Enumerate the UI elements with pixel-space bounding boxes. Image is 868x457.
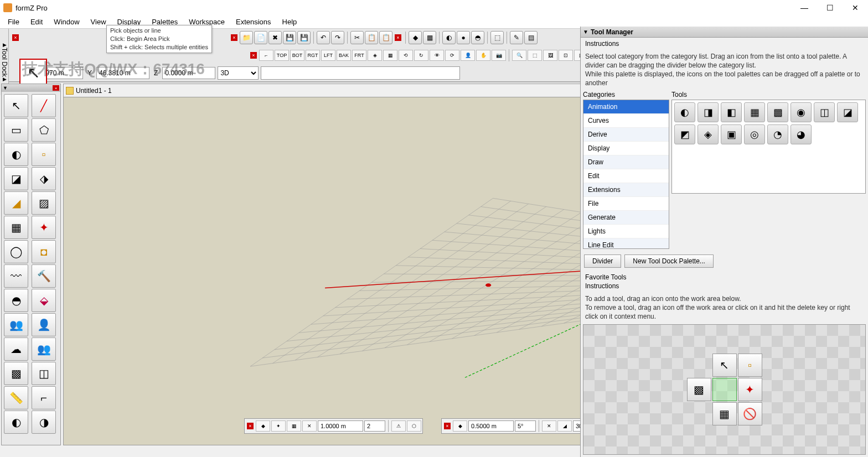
grid-size-input[interactable]: [318, 420, 363, 432]
tool-icon[interactable]: 👤: [32, 313, 56, 336]
tool-icon[interactable]: ◢: [557, 420, 572, 432]
close-icon[interactable]: ×: [395, 34, 401, 41]
tool-grid-icon[interactable]: ◎: [744, 124, 765, 144]
tool-icon[interactable]: ◢: [4, 191, 28, 215]
menu-extensions[interactable]: Extensions: [230, 16, 277, 28]
view-bot[interactable]: BOT: [290, 50, 304, 61]
favorite-tools-area[interactable]: ↖ ▫ ▩ ✦ ▦ 🚫: [583, 324, 866, 455]
menu-edit[interactable]: Edit: [25, 16, 48, 28]
menu-help[interactable]: Help: [277, 16, 303, 28]
tool-manager-title[interactable]: ▼ Tool Manager: [581, 27, 868, 38]
pick-tool[interactable]: ↖: [4, 94, 28, 117]
grid-div-input[interactable]: [364, 420, 385, 432]
view-icon[interactable]: ⊡: [559, 50, 573, 61]
close-icon[interactable]: ×: [231, 34, 237, 41]
view-icon[interactable]: ▦: [383, 50, 397, 61]
tool-icon[interactable]: ◪: [4, 167, 28, 190]
category-item[interactable]: Edit: [583, 169, 669, 183]
close-icon[interactable]: ×: [247, 423, 254, 429]
toolbar-icon[interactable]: 📁: [240, 31, 253, 44]
category-item[interactable]: Generate: [583, 211, 669, 225]
tool-grid-icon[interactable]: ◈: [698, 124, 719, 144]
menu-file[interactable]: File: [2, 16, 25, 28]
tools-grid[interactable]: ◐◨◧▦▩◉◫◪◩◈▣◎◔◕: [671, 100, 866, 194]
tool-grid-icon[interactable]: ◔: [767, 124, 788, 144]
fav-tool-disabled[interactable]: 🚫: [738, 402, 762, 425]
fav-tool[interactable]: ▦: [712, 402, 737, 425]
tool-grid-icon[interactable]: ◐: [674, 102, 695, 122]
line-tool[interactable]: ╱: [32, 94, 56, 117]
toolbar-icon[interactable]: ◆: [409, 31, 422, 44]
divider-button[interactable]: Divider: [584, 255, 621, 268]
tool-icon[interactable]: ◆: [256, 420, 270, 432]
tool-grid-icon[interactable]: ◩: [674, 124, 695, 144]
undo-icon[interactable]: ↶: [317, 31, 330, 44]
view-frt[interactable]: FRT: [352, 50, 366, 61]
category-item[interactable]: Animation: [583, 100, 669, 114]
tool-icon[interactable]: ⌐: [32, 386, 56, 409]
collapse-icon[interactable]: ▼: [3, 85, 8, 91]
fav-tool[interactable]: ▫: [738, 354, 762, 377]
tool-icon[interactable]: ◫: [32, 362, 56, 385]
close-icon[interactable]: ×: [12, 34, 19, 41]
sphere-tool[interactable]: ◐: [4, 143, 28, 166]
view-top[interactable]: TOP: [275, 50, 289, 61]
tool-icon[interactable]: ◑: [32, 411, 56, 434]
tool-grid-icon[interactable]: ◕: [790, 124, 812, 144]
view-icon[interactable]: ⟲: [399, 50, 413, 61]
toolbar-icon[interactable]: 💾: [297, 31, 311, 44]
view-icon[interactable]: ◈: [368, 50, 382, 61]
toolbar-icon[interactable]: ◓: [471, 31, 484, 44]
tool-icon[interactable]: 👥: [4, 313, 28, 336]
redo-icon[interactable]: ↷: [331, 31, 344, 44]
toolbar-icon[interactable]: 📄: [254, 31, 267, 44]
tool-grid-icon[interactable]: ◪: [837, 102, 858, 122]
fav-tool[interactable]: ▩: [687, 378, 711, 401]
view-icon[interactable]: 👁: [430, 50, 444, 61]
toolbar-icon[interactable]: ▦: [423, 31, 436, 44]
pan-icon[interactable]: ✋: [476, 50, 490, 61]
tool-icon[interactable]: 🔨: [32, 264, 56, 288]
tool-icon[interactable]: ⬙: [32, 289, 56, 312]
close-icon[interactable]: ×: [444, 423, 451, 429]
close-icon[interactable]: ×: [250, 52, 257, 59]
toolbar-icon[interactable]: ⬚: [490, 31, 504, 44]
snap-input[interactable]: [468, 420, 514, 432]
tool-icon[interactable]: 📏: [4, 386, 28, 409]
toolbar-icon[interactable]: ◐: [442, 31, 456, 44]
tool-grid-icon[interactable]: ▣: [721, 124, 742, 144]
tool-grid-icon[interactable]: ◉: [790, 102, 812, 122]
view-icon[interactable]: ⟳: [445, 50, 459, 61]
category-item[interactable]: Display: [583, 142, 669, 155]
view-rgt[interactable]: RGT: [306, 50, 320, 61]
tool-icon[interactable]: ◘: [32, 240, 56, 263]
tool-icon[interactable]: ▦: [4, 216, 28, 239]
view-lft[interactable]: LFT: [321, 50, 335, 61]
tool-icon[interactable]: ▩: [4, 362, 28, 385]
tool-icon[interactable]: ✦: [32, 216, 56, 239]
close-button[interactable]: ✕: [843, 0, 868, 15]
tool-icon[interactable]: ◓: [4, 289, 28, 312]
copy-icon[interactable]: 📋: [365, 31, 378, 44]
toolbar-icon[interactable]: ✎: [510, 31, 523, 44]
tool-icon[interactable]: ✕: [542, 420, 556, 432]
view-icon[interactable]: ⬚: [528, 50, 542, 61]
category-item[interactable]: Lights: [583, 225, 669, 238]
close-icon[interactable]: ×: [53, 85, 59, 91]
tool-grid-icon[interactable]: ▦: [744, 102, 765, 122]
tool-icon[interactable]: ▦: [287, 420, 301, 432]
category-item[interactable]: Extensions: [583, 183, 669, 197]
view-icon[interactable]: 🖼: [543, 50, 557, 61]
menu-window[interactable]: Window: [48, 16, 85, 28]
toolbar-icon[interactable]: 💾: [283, 31, 296, 44]
tool-icon[interactable]: ☁: [4, 337, 28, 361]
rect-tool[interactable]: ▭: [4, 118, 28, 142]
category-item[interactable]: Draw: [583, 155, 669, 169]
view-icon[interactable]: ↻: [414, 50, 428, 61]
view-icon[interactable]: ⌐: [259, 50, 273, 61]
toolbar-icon[interactable]: ●: [457, 31, 470, 44]
tool-grid-icon[interactable]: ◨: [698, 102, 719, 122]
maximize-button[interactable]: ☐: [817, 0, 843, 15]
mode-select[interactable]: 3D: [218, 66, 259, 80]
view-icon[interactable]: 📷: [492, 50, 506, 61]
